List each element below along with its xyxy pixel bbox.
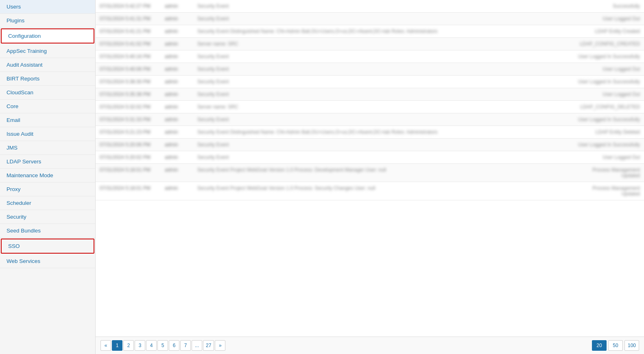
- row-user: admin: [161, 151, 193, 164]
- row-user: admin: [161, 50, 193, 63]
- row-date: 07/31/2024 5:18:01 PM: [96, 164, 161, 182]
- page-size-100[interactable]: 100: [624, 340, 639, 351]
- row-result: LDAP Entity Created: [571, 25, 644, 38]
- sidebar-item-plugins[interactable]: Plugins: [0, 14, 95, 28]
- row-description: Security Event Distinguished Name: CN=Ad…: [193, 126, 571, 139]
- pagination-page-27[interactable]: 27: [203, 340, 214, 351]
- sidebar-item-users[interactable]: Users: [0, 0, 95, 14]
- sidebar-item-sso[interactable]: SSO: [1, 239, 94, 254]
- pagination-prev[interactable]: «: [100, 340, 111, 351]
- row-user: admin: [161, 139, 193, 151]
- sidebar-item-core[interactable]: Core: [0, 100, 95, 113]
- pagination-page-1[interactable]: 1: [112, 340, 122, 351]
- sidebar-item-configuration[interactable]: Configuration: [1, 28, 94, 43]
- row-result: User Logged Out: [571, 88, 644, 101]
- sidebar-item-scheduler[interactable]: Scheduler: [0, 196, 95, 210]
- row-description: Server name: SRC: [193, 101, 571, 113]
- sidebar-item-jms[interactable]: JMS: [0, 141, 95, 155]
- row-user: admin: [161, 13, 193, 25]
- table-row: 07/31/2024 5:32:02 PM admin Server name:…: [96, 101, 644, 113]
- sidebar-item-maintenance-mode[interactable]: Maintenance Mode: [0, 169, 95, 182]
- row-date: 07/31/2024 5:20:06 PM: [96, 139, 161, 151]
- table-row: 07/31/2024 5:20:02 PM admin Security Eve…: [96, 151, 644, 164]
- sidebar-item-cloudscan[interactable]: CloudScan: [0, 86, 95, 100]
- row-date: 07/31/2024 5:31:33 PM: [96, 113, 161, 126]
- row-description: Security Event: [193, 13, 571, 25]
- row-description: Server name: SRC: [193, 38, 571, 50]
- table-row: 07/31/2024 5:41:21 PM admin Security Eve…: [96, 25, 644, 38]
- sidebar-item-security[interactable]: Security: [0, 210, 95, 224]
- table-row: 07/31/2024 5:20:06 PM admin Security Eve…: [96, 139, 644, 151]
- audit-log-table-area: 07/31/2024 5:42:27 PM admin Security Eve…: [96, 0, 644, 337]
- row-user: admin: [161, 88, 193, 101]
- pagination-page-5[interactable]: 5: [157, 340, 168, 351]
- sidebar-item-web-services[interactable]: Web Services: [0, 254, 95, 268]
- row-description: Security Event: [193, 76, 571, 88]
- row-result: User Logged Out: [571, 13, 644, 25]
- row-user: admin: [161, 101, 193, 113]
- sidebar-item-email[interactable]: Email: [0, 113, 95, 127]
- page-size-50[interactable]: 50: [608, 340, 623, 351]
- row-description: Security Event: [193, 151, 571, 164]
- sidebar-item-seed-bundles[interactable]: Seed Bundles: [0, 224, 95, 238]
- row-result: Successfully: [571, 0, 644, 13]
- pagination-page-3[interactable]: 3: [135, 340, 145, 351]
- row-result: User Logged Out: [571, 63, 644, 76]
- row-user: admin: [161, 164, 193, 182]
- pagination-page-7[interactable]: 7: [180, 340, 191, 351]
- pagination-page-2[interactable]: 2: [123, 340, 134, 351]
- table-row: 07/31/2024 5:31:33 PM admin Security Eve…: [96, 113, 644, 126]
- row-result: LDAP_CONFIG_CREATED: [571, 38, 644, 50]
- row-result: LDAP Entity Deleted: [571, 126, 644, 139]
- row-description: Security Event Project WebGoat Version 1…: [193, 182, 571, 200]
- sidebar-item-audit-assistant[interactable]: Audit Assistant: [0, 58, 95, 72]
- row-description: Security Event Distinguished Name: CN=Ad…: [193, 25, 571, 38]
- row-description: Security Event: [193, 113, 571, 126]
- row-date: 07/31/2024 5:35:38 PM: [96, 88, 161, 101]
- table-row: 07/31/2024 5:18:01 PM admin Security Eve…: [96, 164, 644, 182]
- row-user: admin: [161, 63, 193, 76]
- page-size-20[interactable]: 20: [592, 340, 607, 351]
- sidebar-item-issue-audit[interactable]: Issue Audit: [0, 127, 95, 141]
- row-date: 07/31/2024 5:42:27 PM: [96, 0, 161, 13]
- row-user: admin: [161, 0, 193, 13]
- pagination-pages: «1234567...27»: [100, 340, 225, 351]
- row-date: 07/31/2024 5:38:30 PM: [96, 76, 161, 88]
- row-result: Process Management Updated: [571, 182, 644, 200]
- pagination-page-...[interactable]: ...: [192, 340, 202, 351]
- table-row: 07/31/2024 5:42:27 PM admin Security Eve…: [96, 0, 644, 13]
- row-result: User Logged In Successfully: [571, 76, 644, 88]
- pagination-page-4[interactable]: 4: [146, 340, 157, 351]
- row-description: Security Event: [193, 0, 571, 13]
- row-description: Security Event: [193, 139, 571, 151]
- row-date: 07/31/2024 5:18:01 PM: [96, 182, 161, 200]
- table-row: 07/31/2024 5:38:30 PM admin Security Eve…: [96, 76, 644, 88]
- row-user: admin: [161, 182, 193, 200]
- row-date: 07/31/2024 5:40:16 PM: [96, 50, 161, 63]
- row-date: 07/31/2024 5:32:02 PM: [96, 101, 161, 113]
- pagination-next[interactable]: »: [215, 340, 225, 351]
- sidebar-item-birt-reports[interactable]: BIRT Reports: [0, 72, 95, 86]
- row-result: User Logged In Successfully: [571, 50, 644, 63]
- row-date: 07/31/2024 5:41:31 PM: [96, 13, 161, 25]
- row-result: User Logged Out: [571, 151, 644, 164]
- row-date: 07/31/2024 5:20:02 PM: [96, 151, 161, 164]
- row-description: Security Event Project WebGoat Version 1…: [193, 164, 571, 182]
- table-row: 07/31/2024 5:40:16 PM admin Security Eve…: [96, 50, 644, 63]
- table-row: 07/31/2024 5:35:38 PM admin Security Eve…: [96, 88, 644, 101]
- row-date: 07/31/2024 5:41:21 PM: [96, 25, 161, 38]
- pagination-bar: «1234567...27» 2050100: [96, 337, 644, 354]
- row-date: 07/31/2024 5:21:23 PM: [96, 126, 161, 139]
- audit-log-table: 07/31/2024 5:42:27 PM admin Security Eve…: [96, 0, 644, 200]
- main-content: 07/31/2024 5:42:27 PM admin Security Eve…: [96, 0, 644, 354]
- pagination-page-6[interactable]: 6: [169, 340, 179, 351]
- row-description: Security Event: [193, 50, 571, 63]
- sidebar-item-proxy[interactable]: Proxy: [0, 182, 95, 196]
- row-date: 07/31/2024 5:41:02 PM: [96, 38, 161, 50]
- sidebar-item-ldap-servers[interactable]: LDAP Servers: [0, 155, 95, 169]
- sidebar-item-appsec-training[interactable]: AppSec Training: [0, 44, 95, 58]
- row-result: Process Management Updated: [571, 164, 644, 182]
- pagination-size: 2050100: [590, 340, 639, 351]
- row-description: Security Event: [193, 88, 571, 101]
- table-row: 07/31/2024 5:41:02 PM admin Server name:…: [96, 38, 644, 50]
